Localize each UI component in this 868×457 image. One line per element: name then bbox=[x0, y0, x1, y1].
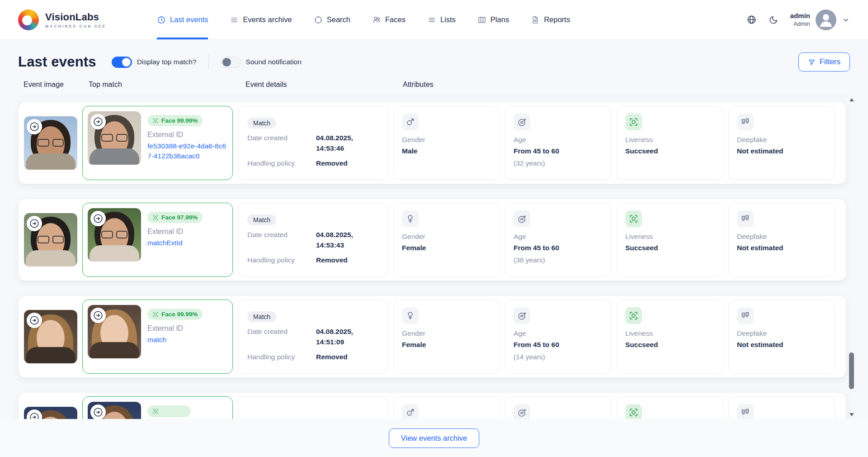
event-image[interactable] bbox=[24, 116, 77, 170]
match-image[interactable] bbox=[88, 208, 141, 262]
age-card: 45 Age From 45 to 60 (14 years) bbox=[505, 300, 612, 374]
match-image[interactable] bbox=[88, 305, 141, 358]
event-image[interactable] bbox=[24, 310, 77, 363]
age-label: Age bbox=[514, 136, 603, 144]
male-icon bbox=[402, 114, 419, 130]
nav-tab-label: Search bbox=[327, 15, 350, 24]
brand-logo[interactable]: VisionLabs MACHINES CAN SEE bbox=[18, 0, 106, 39]
age-label: Age bbox=[514, 233, 603, 241]
deepfake-label: Deepfake bbox=[737, 329, 826, 338]
external-id-link[interactable]: fe530388-e92e-4da6-8c67-4122b36acac0 bbox=[147, 141, 227, 162]
date-created-label: Date created bbox=[247, 326, 316, 348]
liveness-scan-icon bbox=[625, 404, 642, 419]
handling-policy-label: Handling policy bbox=[247, 255, 316, 265]
masks-icon bbox=[737, 114, 754, 130]
header-right-cluster: admin Admin bbox=[746, 0, 850, 39]
similarity-value: Face 99.99% bbox=[161, 117, 198, 124]
page-title-bar: Last events Display top match? Sound not… bbox=[0, 40, 868, 81]
column-event-image: Event image bbox=[24, 81, 89, 89]
footer-bar: View events archive bbox=[0, 419, 868, 457]
nav-tab-label: Lists bbox=[440, 15, 456, 24]
top-navigation-bar: VisionLabs MACHINES CAN SEE Last events … bbox=[0, 0, 868, 40]
deepfake-card: Deepfake Not estimated bbox=[728, 300, 835, 374]
deepfake-label: Deepfake bbox=[737, 233, 826, 241]
gender-card: Gender Female bbox=[393, 300, 500, 374]
scrollbar-thumb[interactable] bbox=[849, 352, 854, 389]
nav-tab-plans[interactable]: Plans bbox=[477, 0, 509, 39]
deepfake-card: Deepfake Not estimated bbox=[728, 203, 835, 277]
age-range-value: From 45 to 60 bbox=[514, 341, 603, 349]
event-image[interactable] bbox=[24, 407, 77, 419]
user-name: admin bbox=[790, 12, 810, 20]
language-globe-icon[interactable] bbox=[746, 14, 757, 25]
event-type-badge: Match bbox=[247, 311, 276, 322]
gender-value: Male bbox=[402, 147, 491, 155]
liveness-label: Liveness bbox=[625, 329, 715, 338]
match-image[interactable] bbox=[88, 402, 141, 419]
rows-icon bbox=[427, 15, 436, 24]
event-type-badge: Match bbox=[247, 214, 276, 225]
nav-tab-events-archive[interactable]: Events archive bbox=[230, 0, 292, 39]
user-role: Admin bbox=[790, 20, 810, 28]
top-match-card: Face 99.99% External ID match bbox=[82, 300, 233, 374]
match-image[interactable] bbox=[88, 111, 141, 165]
age-card: 45 Age From 45 to 60 (38 years) bbox=[505, 203, 612, 277]
similarity-badge: Face 99.99% bbox=[147, 115, 203, 126]
scroll-up-arrow[interactable] bbox=[849, 98, 854, 101]
open-match-arrow-icon[interactable] bbox=[90, 308, 106, 323]
nav-tab-lists[interactable]: Lists bbox=[427, 0, 456, 39]
external-id-label: External ID bbox=[147, 324, 203, 333]
nav-tab-reports[interactable]: Reports bbox=[531, 0, 570, 39]
view-events-archive-button[interactable]: View events archive bbox=[389, 428, 479, 448]
avatar[interactable] bbox=[816, 10, 836, 30]
top-match-card: Face 97.99% External ID matchExtId bbox=[82, 203, 233, 277]
external-id-link[interactable]: match bbox=[147, 335, 203, 345]
age-range-value: From 45 to 60 bbox=[514, 147, 603, 155]
nav-tab-label: Reports bbox=[544, 15, 570, 24]
filters-button-label: Filters bbox=[820, 57, 840, 67]
nav-tab-label: Plans bbox=[491, 15, 509, 24]
open-event-arrow-icon[interactable] bbox=[27, 119, 42, 134]
open-event-arrow-icon[interactable] bbox=[27, 313, 42, 328]
chevron-down-icon[interactable] bbox=[842, 16, 850, 24]
column-attributes: Attributes bbox=[403, 81, 850, 89]
event-type-badge: Match bbox=[247, 118, 276, 129]
age-45-icon: 45 bbox=[514, 307, 530, 324]
age-exact-value: (32 years) bbox=[514, 159, 603, 167]
nav-tab-faces[interactable]: Faces bbox=[372, 0, 406, 39]
nav-tab-search[interactable]: Search bbox=[314, 0, 350, 39]
event-details-card bbox=[238, 396, 388, 419]
open-event-arrow-icon[interactable] bbox=[27, 216, 42, 231]
user-menu[interactable]: admin Admin bbox=[790, 10, 850, 30]
handling-policy-value: Removed bbox=[316, 255, 348, 265]
nav-tab-label: Faces bbox=[385, 15, 406, 24]
display-top-match-label: Display top match? bbox=[137, 58, 197, 66]
nav-tab-last-events[interactable]: Last events bbox=[157, 0, 208, 39]
brand-name: VisionLabs bbox=[45, 11, 106, 23]
face-scan-icon bbox=[152, 408, 159, 414]
age-45-icon: 45 bbox=[514, 114, 530, 130]
visionlabs-logo-icon bbox=[18, 10, 39, 30]
gender-card: Gender Male bbox=[393, 106, 500, 180]
liveness-card: Liveness Succseed bbox=[617, 300, 723, 374]
liveness-card bbox=[617, 396, 723, 419]
external-id-link[interactable]: matchExtId bbox=[147, 238, 203, 248]
liveness-value: Succseed bbox=[625, 341, 715, 349]
scroll-down-arrow[interactable] bbox=[849, 413, 854, 416]
event-image[interactable] bbox=[24, 213, 77, 267]
display-top-match-toggle[interactable] bbox=[112, 57, 132, 68]
open-match-arrow-icon[interactable] bbox=[90, 405, 106, 419]
age-label: Age bbox=[514, 329, 603, 338]
deepfake-card bbox=[728, 396, 835, 419]
open-match-arrow-icon[interactable] bbox=[90, 211, 106, 226]
deepfake-value: Not estimated bbox=[737, 147, 826, 155]
liveness-scan-icon bbox=[625, 210, 642, 227]
svg-text:45: 45 bbox=[520, 121, 524, 124]
sound-notification-toggle[interactable] bbox=[221, 57, 241, 68]
filters-button[interactable]: Filters bbox=[798, 52, 850, 71]
open-event-arrow-icon[interactable] bbox=[27, 409, 42, 419]
date-created-value: 04.08.2025, 14:53:43 bbox=[316, 229, 379, 251]
dark-mode-moon-icon[interactable] bbox=[769, 15, 778, 25]
liveness-scan-icon bbox=[625, 307, 642, 324]
open-match-arrow-icon[interactable] bbox=[90, 114, 106, 129]
